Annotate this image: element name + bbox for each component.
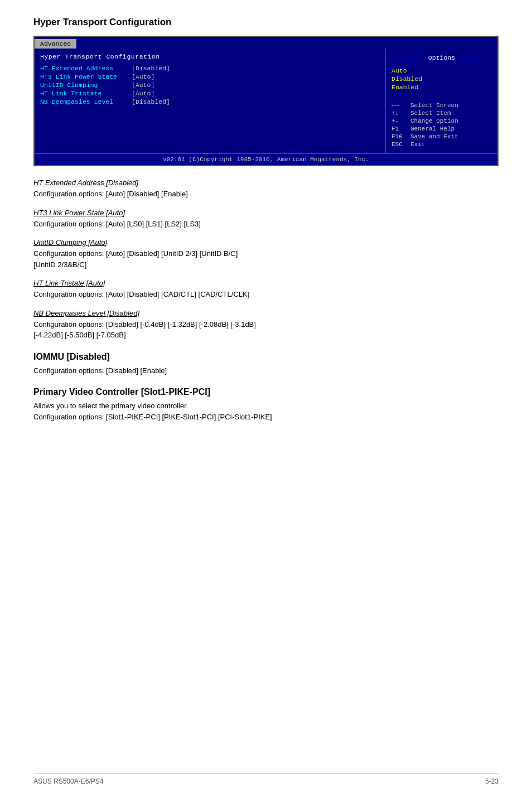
doc-nb-deempasies-desc: Configuration options: [Disabled] [-0.4d… xyxy=(33,319,499,341)
bios-item-row-2: UnitID Clumping [Auto] xyxy=(40,81,380,89)
bios-help-row-5: ESC Exit xyxy=(391,141,492,148)
bios-option-auto: Auto xyxy=(391,67,492,74)
doc-unitid: UnitID Clumping [Auto] Configuration opt… xyxy=(33,238,499,270)
bios-help-desc-4: Save and Exit xyxy=(410,133,458,140)
doc-ht-extended-title: HT Extended Address [Disabled] xyxy=(33,178,499,187)
bios-right-panel: Options Auto Disabled Enabled ←→ Select … xyxy=(386,49,497,153)
bios-help-row-2: +- Change Option xyxy=(391,118,492,124)
bios-item-value-1: [Auto] xyxy=(132,73,154,80)
footer-left: ASUS RS500A-E6/PS4 xyxy=(33,777,103,785)
bios-item-label-1: HT3 Link Power State xyxy=(40,73,129,80)
bios-help-key-3: F1 xyxy=(391,125,408,132)
bios-item-value-0: [Disabled] xyxy=(132,65,170,72)
bios-help-key-0: ←→ xyxy=(391,102,408,109)
bios-help-row-3: F1 General Help xyxy=(391,125,492,132)
bios-help-key-2: +- xyxy=(391,118,408,124)
bios-help-row-4: F10 Save and Exit xyxy=(391,133,492,140)
bios-help-key-4: F10 xyxy=(391,133,408,140)
bios-item-value-2: [Auto] xyxy=(132,81,154,89)
bios-item-value-3: [Auto] xyxy=(132,90,154,97)
bios-help-desc-3: General Help xyxy=(410,125,454,132)
doc-primary-video-section: Primary Video Controller [Slot1-PIKE-PCI… xyxy=(33,387,499,422)
primary-video-heading: Primary Video Controller [Slot1-PIKE-PCI… xyxy=(33,387,499,397)
footer-right: 5-23 xyxy=(485,777,499,785)
bios-item-row-3: HT Link Tristate [Auto] xyxy=(40,90,380,97)
bios-tab-advanced[interactable]: Advanced xyxy=(35,39,76,49)
bios-item-row-1: HT3 Link Power State [Auto] xyxy=(40,73,380,80)
bios-help-key-5: ESC xyxy=(391,141,408,148)
doc-unitid-desc: Configuration options: [Auto] [Disabled]… xyxy=(33,248,499,270)
bios-help-desc-1: Select Item xyxy=(410,110,451,117)
doc-ht-tristate: HT Link Tristate [Auto] Configuration op… xyxy=(33,279,499,300)
primary-video-desc1: Allows you to select the primary video c… xyxy=(33,400,499,412)
doc-ht-extended: HT Extended Address [Disabled] Configura… xyxy=(33,178,499,200)
bios-tab-bar: Advanced xyxy=(35,37,497,49)
bios-help-key-1: ↑↓ xyxy=(391,110,408,117)
page-title: Hyper Transport Configuration xyxy=(33,17,499,28)
bios-help-row-0: ←→ Select Screen xyxy=(391,102,492,109)
doc-ht3-link: HT3 Link Power State [Auto] Configuratio… xyxy=(33,209,499,230)
bios-body: Hyper Transport Configuration HT Extende… xyxy=(35,49,497,153)
doc-ht-tristate-title: HT Link Tristate [Auto] xyxy=(33,279,499,287)
bios-item-value-4: [Disabled] xyxy=(132,98,170,105)
bios-help-section: ←→ Select Screen ↑↓ Select Item +- Chang… xyxy=(391,102,492,148)
bios-item-label-0: HT Extended Address xyxy=(40,65,129,72)
iommu-heading: IOMMU [Disabled] xyxy=(33,352,499,362)
bios-footer: v02.61 (C)Copyright 1985-2010, American … xyxy=(35,153,497,165)
bios-item-label-2: UnitID Clumping xyxy=(40,81,129,89)
bios-option-disabled: Disabled xyxy=(391,75,492,83)
doc-ht-tristate-desc: Configuration options: [Auto] [Disabled]… xyxy=(33,289,499,300)
bios-screen: Advanced Hyper Transport Configuration H… xyxy=(33,36,499,166)
bios-item-row-0: HT Extended Address [Disabled] xyxy=(40,65,380,72)
bios-items-list: HT Extended Address [Disabled] HT3 Link … xyxy=(40,65,380,105)
bios-options-title: Options xyxy=(391,53,492,62)
bios-item-label-3: HT Link Tristate xyxy=(40,90,129,97)
bios-left-panel: Hyper Transport Configuration HT Extende… xyxy=(35,49,386,153)
doc-unitid-title: UnitID Clumping [Auto] xyxy=(33,238,499,247)
page-footer: ASUS RS500A-E6/PS4 5-23 xyxy=(33,774,499,785)
doc-ht3-link-desc: Configuration options: [Auto] [LS0] [LS1… xyxy=(33,219,499,230)
bios-item-row-4: NB Deempasies Level [Disabled] xyxy=(40,98,380,105)
bios-help-desc-5: Exit xyxy=(410,141,425,148)
bios-help-desc-2: Change Option xyxy=(410,118,458,124)
doc-iommu-section: IOMMU [Disabled] Configuration options: … xyxy=(33,352,499,376)
bios-options-list: Auto Disabled Enabled xyxy=(391,67,492,91)
doc-nb-deempasies-title: NB Deempasies Level [Disabled] xyxy=(33,309,499,317)
bios-help-row-1: ↑↓ Select Item xyxy=(391,110,492,117)
bios-item-label-4: NB Deempasies Level xyxy=(40,98,129,105)
doc-ht-extended-desc: Configuration options: [Auto] [Disabled]… xyxy=(33,189,499,200)
bios-section-title: Hyper Transport Configuration xyxy=(40,53,380,60)
iommu-desc: Configuration options: [Disabled] [Enabl… xyxy=(33,365,499,376)
doc-ht3-link-title: HT3 Link Power State [Auto] xyxy=(33,209,499,217)
bios-option-enabled: Enabled xyxy=(391,84,492,91)
doc-nb-deempasies: NB Deempasies Level [Disabled] Configura… xyxy=(33,309,499,341)
bios-help-desc-0: Select Screen xyxy=(410,102,458,109)
primary-video-desc2: Configuration options: [Slot1-PIKE-PCI] … xyxy=(33,412,499,423)
